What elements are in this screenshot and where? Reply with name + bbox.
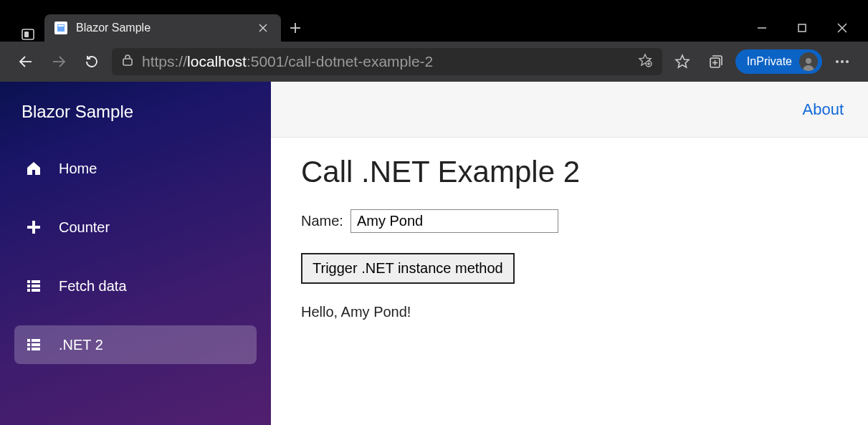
trigger-button[interactable]: Trigger .NET instance method [301,253,515,284]
page-viewport: Blazor Sample Home Counter Fetch data [0,82,868,425]
tab-bar: Blazor Sample [0,11,868,42]
lock-icon [122,53,133,70]
window-minimize-button[interactable] [742,14,782,42]
favorite-add-icon[interactable] [638,53,652,71]
window-maximize-button[interactable] [782,14,822,42]
tab-overview-button[interactable] [11,27,44,42]
tab-close-button[interactable] [255,20,271,36]
sidebar-item-fetch-data[interactable]: Fetch data [14,267,257,305]
nav-back-button[interactable] [13,49,39,75]
svg-rect-38 [27,343,30,346]
nav-reload-button[interactable] [79,49,105,75]
new-tab-button[interactable] [281,14,310,42]
sidebar-item-label: Counter [59,219,110,236]
svg-point-25 [836,60,839,63]
address-bar: https://localhost:5001/call-dotnet-examp… [0,42,868,82]
window-controls [742,14,868,42]
url-host: localhost [187,53,247,70]
svg-point-26 [841,60,844,63]
svg-rect-31 [32,280,40,283]
url-port: :5001 [247,53,285,70]
name-input[interactable] [350,209,558,233]
browser-chrome: Blazor Sample https:// [0,0,868,82]
sidebar: Blazor Sample Home Counter Fetch data [0,82,271,425]
sidebar-item-label: Home [59,161,97,177]
svg-rect-32 [27,285,30,287]
more-menu-button[interactable] [829,49,855,75]
list-icon [24,335,43,354]
inprivate-badge[interactable]: InPrivate [735,49,822,74]
name-row: Name: [301,209,838,233]
sidebar-nav: Home Counter Fetch data .NET 2 [0,135,271,378]
svg-marker-20 [676,55,689,67]
svg-rect-15 [123,59,132,65]
svg-rect-10 [798,24,806,32]
svg-point-24 [806,58,811,64]
tab-title: Blazor Sample [76,22,151,34]
svg-rect-37 [32,339,40,342]
sidebar-item-dotnet-2[interactable]: .NET 2 [14,325,257,364]
favorites-icon[interactable] [669,49,695,75]
result-text: Hello, Amy Pond! [301,304,838,320]
main-area: About Call .NET Example 2 Name: Trigger … [271,82,868,425]
list-icon [24,277,43,295]
url-scheme: https:// [142,53,187,70]
url-box[interactable]: https://localhost:5001/call-dotnet-examp… [112,48,662,75]
svg-point-27 [846,60,849,63]
svg-rect-33 [32,285,40,287]
svg-rect-29 [27,226,40,229]
url-text: https://localhost:5001/call-dotnet-examp… [142,53,433,70]
inprivate-label: InPrivate [747,55,792,68]
svg-rect-40 [27,348,30,350]
svg-rect-35 [32,289,40,292]
about-link[interactable]: About [803,100,844,119]
sidebar-item-home[interactable]: Home [14,149,257,188]
svg-rect-34 [27,289,30,292]
sidebar-item-counter[interactable]: Counter [14,208,257,247]
url-path: /call-dotnet-example-2 [284,53,433,70]
home-icon [24,159,43,178]
nav-forward-button[interactable] [46,49,72,75]
browser-tab[interactable]: Blazor Sample [44,14,281,42]
svg-rect-30 [27,280,30,283]
svg-rect-4 [58,25,64,27]
svg-rect-36 [27,339,30,342]
page-title: Call .NET Example 2 [301,155,838,189]
svg-rect-1 [24,32,29,37]
sidebar-item-label: .NET 2 [59,337,103,353]
window-close-button[interactable] [822,14,862,42]
collections-icon[interactable] [702,49,728,75]
top-bar: About [271,82,868,138]
svg-rect-39 [32,343,40,346]
avatar-icon [799,52,818,71]
page-content: Call .NET Example 2 Name: Trigger .NET i… [271,138,868,338]
sidebar-item-label: Fetch data [59,278,127,295]
app-brand[interactable]: Blazor Sample [0,82,271,135]
plus-icon [24,218,43,237]
svg-rect-41 [32,348,40,350]
tab-favicon [54,22,67,34]
window-drag-region[interactable] [0,0,868,11]
name-label: Name: [301,213,343,229]
